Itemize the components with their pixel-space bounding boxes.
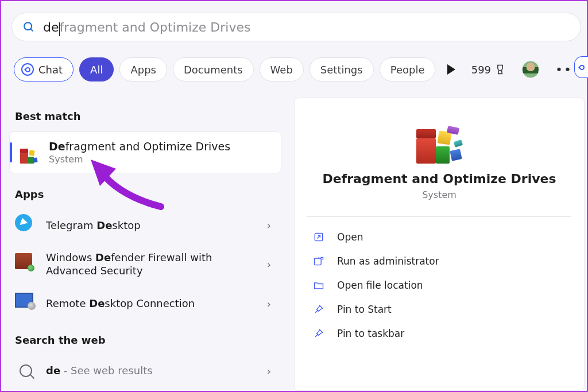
filter-settings[interactable]: Settings — [310, 57, 374, 81]
chevron-right-icon: › — [267, 364, 271, 377]
action-pin-taskbar[interactable]: Pin to taskbar — [307, 321, 571, 346]
defrag-icon — [18, 142, 40, 164]
apps-label: Apps — [7, 176, 284, 207]
play-icon[interactable] — [447, 64, 455, 75]
preview-subtitle: System — [307, 189, 571, 200]
filter-documents[interactable]: Documents — [173, 57, 254, 81]
chevron-right-icon: › — [267, 297, 271, 309]
app-item-telegram[interactable]: Telegram Desktop › — [7, 207, 284, 243]
search-icon — [15, 360, 37, 382]
telegram-icon — [15, 214, 37, 236]
svg-line-1 — [30, 29, 33, 31]
filter-all[interactable]: All — [79, 57, 114, 81]
chat-sidebar-icon[interactable] — [574, 56, 588, 78]
chat-pill[interactable]: Chat — [14, 57, 74, 81]
best-match-subtitle: System — [49, 154, 230, 165]
search-web-label: Search the web — [7, 321, 284, 353]
search-bar[interactable]: defragment and Optimize Drives — [11, 13, 581, 41]
svg-point-0 — [24, 22, 32, 30]
rewards-badge-icon — [494, 64, 506, 75]
filter-web[interactable]: Web — [260, 57, 304, 81]
filter-apps[interactable]: Apps — [119, 57, 167, 81]
svg-rect-3 — [315, 258, 322, 265]
pin-icon — [313, 304, 324, 315]
chevron-right-icon: › — [267, 258, 271, 270]
user-avatar[interactable] — [522, 61, 539, 78]
results-left-column: Best match Defragment and Optimize Drive… — [7, 98, 284, 391]
web-result-item[interactable]: de - See web results › — [7, 353, 284, 389]
best-match-label: Best match — [7, 98, 284, 129]
pin-icon — [313, 328, 324, 339]
preview-title: Defragment and Optimize Drives — [307, 172, 571, 186]
selection-accent — [10, 142, 12, 162]
action-run-admin[interactable]: Run as administrator — [307, 249, 571, 273]
folder-icon — [313, 280, 324, 291]
rdp-icon — [15, 293, 37, 315]
best-match-title: Defragment and Optimize Drives — [49, 140, 230, 153]
preview-panel: Defragment and Optimize Drives System Op… — [294, 98, 585, 391]
search-icon — [22, 21, 35, 33]
best-match-item[interactable]: Defragment and Optimize Drives System — [9, 131, 281, 173]
divider — [307, 216, 571, 217]
defrag-large-icon — [413, 119, 466, 164]
action-open-location[interactable]: Open file location — [307, 273, 571, 297]
firewall-icon — [15, 253, 37, 275]
action-pin-start[interactable]: Pin to Start — [307, 297, 571, 321]
action-open[interactable]: Open — [307, 225, 571, 249]
app-item-defender-firewall[interactable]: Windows Defender Firewall with Advanced … — [7, 243, 284, 286]
search-input[interactable]: defragment and Optimize Drives — [43, 20, 250, 34]
rewards-points[interactable]: 599 — [471, 64, 506, 76]
chevron-right-icon: › — [267, 219, 271, 231]
app-item-remote-desktop[interactable]: Remote Desktop Connection › — [7, 286, 284, 321]
filter-people[interactable]: People — [380, 57, 436, 81]
filter-row: Chat All Apps Documents Web Settings Peo… — [14, 56, 581, 83]
bing-icon — [21, 63, 34, 76]
admin-icon — [313, 255, 324, 267]
open-icon — [313, 231, 324, 243]
